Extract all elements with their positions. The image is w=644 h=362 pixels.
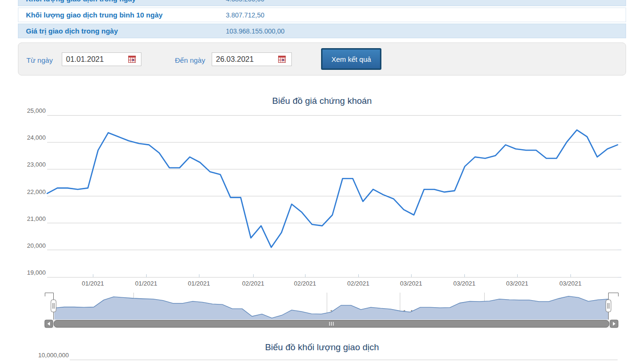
y-axis-label: 23,000 — [27, 161, 46, 168]
navigator-handle-right[interactable] — [606, 300, 611, 312]
y-axis-label: 19,000 — [27, 269, 46, 276]
x-axis-label: 03/2021 — [506, 280, 528, 287]
x-axis-label: 03/2021 — [560, 280, 582, 287]
stock-price-chart: 25,00024,00023,00022,00021,00020,00019,0… — [0, 0, 644, 362]
navigator-handle-left[interactable] — [51, 300, 56, 312]
y-axis-label: 21,000 — [27, 215, 46, 222]
x-axis-label: 02/2021 — [294, 280, 316, 287]
x-axis-label: 01/2021 — [135, 280, 157, 287]
y-axis-label: 20,000 — [27, 242, 46, 249]
y-axis-label: 22,000 — [27, 188, 46, 195]
x-axis-label: 01/2021 — [188, 280, 210, 287]
price-line — [47, 130, 618, 247]
y-axis-label: 25,000 — [27, 107, 46, 114]
x-axis-label: 01/2021 — [82, 280, 104, 287]
x-axis-label: 03/2021 — [454, 280, 476, 287]
y-axis-label: 24,000 — [27, 134, 46, 141]
x-axis-label: 02/2021 — [242, 280, 264, 287]
volume-y-axis-label: 10,000,000 — [38, 352, 69, 359]
x-axis-label: 02/2021 — [347, 280, 370, 287]
x-axis-label: 03/2021 — [400, 280, 422, 287]
